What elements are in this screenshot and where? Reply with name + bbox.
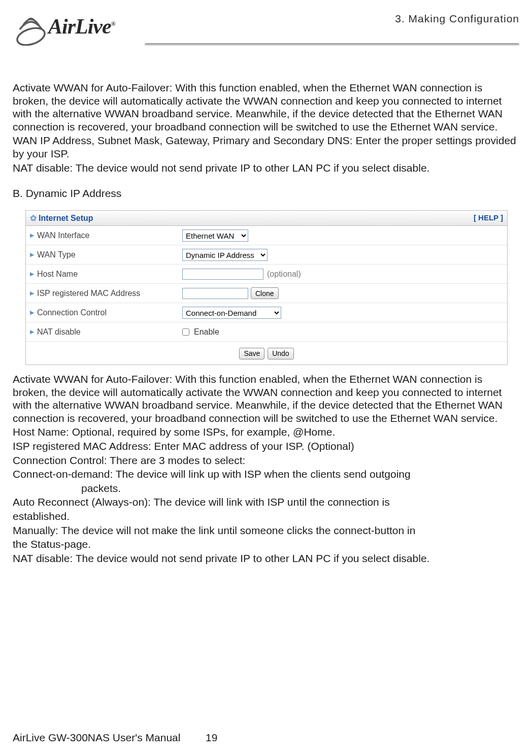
label-wan-interface: WAN Interface	[37, 231, 89, 241]
optional-label: (optional)	[267, 269, 301, 279]
paragraph-auto-failover-1: Activate WWAN for Auto-Failover: With th…	[13, 81, 519, 133]
label-connection-control: Connection Control	[37, 308, 107, 318]
caret-icon: ▶	[30, 290, 34, 297]
gear-icon: ✿	[30, 214, 37, 222]
chapter-label: 3. Making Configuration	[395, 10, 519, 25]
host-name-input[interactable]	[182, 269, 263, 280]
paragraph-auto-reconnect: Auto Reconnect (Always-on): The device w…	[13, 496, 519, 509]
row-wan-type: ▶WAN Type Dynamic IP Address	[26, 245, 507, 265]
wan-interface-select[interactable]: Ethernet WAN	[182, 229, 248, 242]
paragraph-manually-b: the Status-page.	[13, 538, 519, 551]
panel-header: ✿Internet Setup [ HELP ]	[26, 211, 507, 226]
isp-mac-input[interactable]	[182, 288, 248, 299]
logo-wave-icon	[13, 10, 49, 46]
header-divider	[145, 43, 519, 46]
caret-icon: ▶	[30, 251, 34, 258]
paragraph-manually: Manually: The device will not make the l…	[13, 524, 519, 537]
paragraph-host-name: Host Name: Optional, required by some IS…	[13, 425, 519, 439]
help-link[interactable]: [ HELP ]	[474, 213, 503, 222]
panel-footer: Save Undo	[26, 342, 507, 365]
footer-manual-title: AirLive GW-300NAS User's Manual	[13, 732, 206, 744]
paragraph-connect-on-demand-a: Connect-on-demand: The device will link …	[13, 468, 519, 481]
footer-page-number: 19	[206, 732, 217, 744]
save-button[interactable]: Save	[239, 348, 264, 359]
wan-type-select[interactable]: Dynamic IP Address	[182, 249, 268, 261]
paragraph-connect-on-demand-b: packets.	[13, 482, 519, 495]
caret-icon: ▶	[30, 271, 34, 277]
connection-control-select[interactable]: Connect-on-Demand	[182, 307, 281, 319]
panel-title: ✿Internet Setup	[30, 213, 93, 223]
undo-button[interactable]: Undo	[268, 348, 293, 359]
row-connection-control: ▶Connection Control Connect-on-Demand	[26, 303, 507, 322]
label-host-name: Host Name	[37, 269, 78, 279]
paragraph-wan-ip: WAN IP Address, Subnet Mask, Gateway, Pr…	[13, 134, 519, 160]
row-host-name: ▶Host Name (optional)	[26, 265, 507, 284]
label-wan-type: WAN Type	[37, 250, 76, 260]
paragraph-auto-failover-2: Activate WWAN for Auto-Failover: With th…	[13, 373, 519, 424]
enable-label: Enable	[194, 327, 219, 337]
label-isp-mac: ISP registered MAC Address	[37, 288, 140, 299]
paragraph-nat-1: NAT disable: The device would not send p…	[13, 161, 519, 175]
paragraph-auto-reconnect-b: established.	[13, 510, 519, 523]
caret-icon: ▶	[30, 232, 34, 239]
section-b-heading: B. Dynamic IP Address	[13, 187, 519, 200]
row-isp-mac: ▶ISP registered MAC Address Clone	[26, 284, 507, 303]
caret-icon: ▶	[30, 328, 34, 335]
logo-text: AirLive®	[48, 14, 115, 39]
paragraph-conn-control: Connection Control: There are 3 modes to…	[13, 454, 519, 467]
internet-setup-panel-screenshot: ✿Internet Setup [ HELP ] ▶WAN Interface …	[25, 210, 508, 365]
label-nat-disable: NAT disable	[37, 327, 81, 337]
row-nat-disable: ▶NAT disable Enable	[26, 322, 507, 342]
paragraph-nat-2: NAT disable: The device would not send p…	[13, 552, 519, 565]
paragraph-isp-mac: ISP registered MAC Address: Enter MAC ad…	[13, 440, 519, 453]
logo: AirLive®	[13, 10, 145, 48]
clone-button[interactable]: Clone	[251, 287, 279, 299]
caret-icon: ▶	[30, 309, 34, 316]
nat-disable-checkbox[interactable]	[182, 328, 189, 336]
row-wan-interface: ▶WAN Interface Ethernet WAN	[26, 226, 507, 245]
